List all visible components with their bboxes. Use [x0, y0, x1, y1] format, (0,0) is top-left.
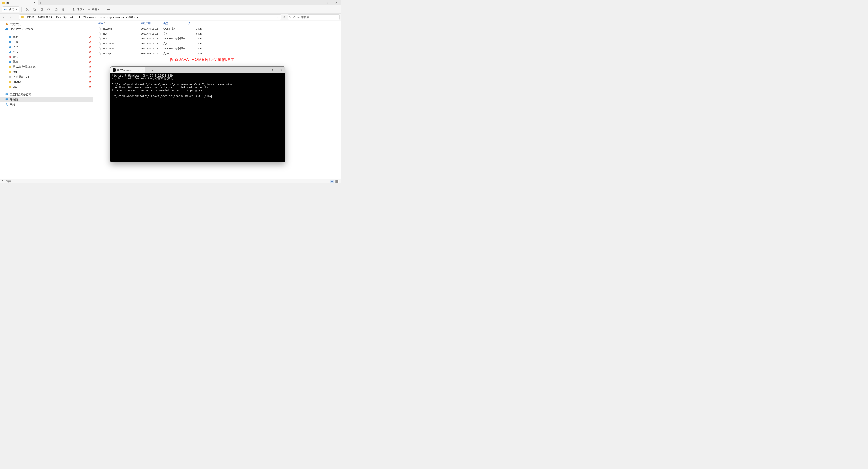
breadcrumb-seg[interactable]: 此电脑› — [26, 15, 37, 19]
window-close-button[interactable]: ✕ — [332, 0, 341, 5]
chevron-right-icon: › — [24, 16, 26, 18]
breadcrumb-seg[interactable]: develop› — [97, 16, 108, 19]
file-icon — [98, 37, 101, 40]
file-icon — [98, 27, 101, 30]
new-tab-button[interactable]: + — [38, 0, 43, 5]
col-type[interactable]: 类型 — [163, 22, 188, 25]
sidebar-item[interactable]: ›此电脑 — [0, 97, 93, 102]
table-row[interactable]: mvnDebug2022/6/6 16:16Windows 命令脚本3 KB — [93, 46, 341, 51]
paste-button[interactable] — [38, 6, 45, 13]
col-name[interactable]: 名称 ˄ — [98, 22, 141, 25]
table-row[interactable]: mvn2022/6/6 16:16文件6 KB — [93, 31, 341, 36]
search-input[interactable] — [293, 16, 338, 19]
breadcrumb-seg[interactable]: soft› — [76, 16, 83, 19]
col-date[interactable]: 修改日期 — [141, 22, 163, 25]
sidebar-home[interactable]: 主文件夹 — [0, 22, 93, 27]
sidebar-item-label: 下载 — [13, 40, 18, 44]
terminal-tab-close-icon[interactable]: ✕ — [142, 68, 144, 72]
cut-button[interactable] — [24, 6, 30, 13]
sidebar-item[interactable]: ›网络 — [0, 102, 93, 107]
svg-point-13 — [9, 57, 10, 58]
nav-forward-button[interactable]: → — [7, 14, 13, 20]
chevron-right-icon[interactable]: › — [2, 98, 4, 101]
sidebar-item-label: 图片 — [13, 50, 18, 54]
table-row[interactable]: mvnDebug2022/6/6 16:16文件2 KB — [93, 41, 341, 46]
sidebar-item-label: 本地磁盘 (D:) — [13, 75, 29, 79]
delete-button[interactable] — [60, 6, 66, 13]
new-button-label: 新建 — [9, 7, 14, 11]
chevron-right-icon[interactable]: › — [2, 103, 4, 106]
view-button[interactable]: 查看 ▾ — [86, 6, 100, 12]
file-type: 文件 — [163, 52, 188, 55]
toolbar: + 新建 ▾ 排序 ▾ 查看 ▾ ⋯ — [0, 5, 341, 13]
chevron-right-icon[interactable]: › — [2, 94, 4, 96]
table-row[interactable]: mvnyjp2022/6/6 16:16文件2 KB — [93, 51, 341, 56]
icons-view-button[interactable] — [335, 180, 339, 183]
file-name: mvn — [102, 37, 107, 40]
svg-rect-2 — [34, 9, 36, 11]
terminal-tab-title: C:\Windows\System32\ — [117, 69, 140, 71]
col-size[interactable]: 大小 — [188, 22, 206, 25]
breadcrumb-seg[interactable]: BaiduSyncdisk› — [56, 16, 76, 19]
terminal-new-tab-button[interactable]: + — [146, 67, 151, 73]
sidebar-item[interactable]: app📌 — [0, 84, 93, 89]
folder-icon — [2, 1, 5, 4]
sidebar-item[interactable]: 文档📌 — [0, 44, 93, 49]
sidebar-item[interactable]: x86📌 — [0, 69, 93, 74]
terminal-close-button[interactable]: ✕ — [276, 67, 285, 73]
explorer-tab[interactable]: bin ✕ — [0, 0, 38, 5]
terminal-body[interactable]: Microsoft Windows [版本 10.0.22621.819] (c… — [111, 73, 285, 162]
share-button[interactable] — [53, 6, 59, 13]
sidebar-item[interactable]: 桌面📌 — [0, 35, 93, 39]
terminal-tab[interactable]: >_ C:\Windows\System32\ ✕ — [111, 67, 146, 73]
folder-icon — [8, 80, 11, 83]
sort-icon — [72, 8, 76, 11]
svg-rect-19 — [5, 98, 8, 100]
file-type: Windows 命令脚本 — [163, 37, 188, 40]
sidebar-item[interactable]: images📌 — [0, 79, 93, 84]
sidebar-item[interactable]: 音乐📌 — [0, 55, 93, 59]
svg-text:>_: >_ — [113, 69, 115, 71]
sidebar-item[interactable]: 第01章 计算机基础📌 — [0, 64, 93, 69]
video-icon — [8, 60, 11, 64]
sort-button[interactable]: 排序 ▾ — [71, 6, 85, 12]
window-maximize-button[interactable]: ▢ — [322, 0, 332, 5]
breadcrumb-seg[interactable]: Windows› — [83, 16, 96, 19]
terminal-tab-dropdown[interactable]: ⌄ — [151, 67, 155, 73]
terminal-maximize-button[interactable]: ▢ — [267, 67, 276, 73]
table-row[interactable]: mvn2022/6/6 16:16Windows 命令脚本7 KB — [93, 36, 341, 41]
sidebar-item[interactable]: ›百度网盘同步空间 — [0, 92, 93, 97]
breadcrumb-seg[interactable]: bin — [136, 16, 139, 19]
more-button[interactable]: ⋯ — [105, 6, 112, 13]
nav-back-button[interactable]: ← — [1, 14, 7, 20]
terminal-window[interactable]: >_ C:\Windows\System32\ ✕ + ⌄ — ▢ ✕ Micr… — [110, 66, 285, 162]
breadcrumb-seg[interactable]: 本地磁盘 (D:)› — [37, 15, 56, 19]
new-button[interactable]: + 新建 ▾ — [2, 6, 19, 12]
sidebar-item[interactable]: 视频📌 — [0, 59, 93, 64]
window-minimize-button[interactable]: — — [312, 0, 322, 5]
tab-close-icon[interactable]: ✕ — [33, 1, 36, 4]
sidebar-item[interactable]: 本地磁盘 (D:)📌 — [0, 74, 93, 79]
search-box[interactable] — [288, 14, 340, 20]
file-size: 1 KB — [188, 27, 206, 30]
folder-icon — [8, 70, 11, 74]
terminal-minimize-button[interactable]: — — [258, 67, 267, 73]
chevron-right-icon[interactable]: › — [2, 28, 4, 30]
sidebar-item[interactable]: 图片📌 — [0, 49, 93, 55]
sidebar-item-label: 文档 — [13, 45, 18, 49]
sidebar-item[interactable]: 下载📌 — [0, 39, 93, 44]
breadcrumb-dropdown-button[interactable]: ⌄ — [276, 15, 280, 19]
svg-rect-18 — [5, 94, 8, 95]
sidebar-onedrive[interactable]: › OneDrive - Personal — [0, 27, 93, 32]
breadcrumb-seg[interactable]: apache-maven-3.8.6› — [109, 16, 135, 19]
toolbar-separator — [103, 7, 103, 12]
nav-up-button[interactable]: ↑ — [13, 14, 19, 20]
file-icon — [98, 52, 101, 55]
refresh-button[interactable]: ⟳ — [282, 15, 287, 19]
breadcrumb[interactable]: › 此电脑› 本地磁盘 (D:)› BaiduSyncdisk› soft› W… — [19, 14, 281, 20]
rename-button[interactable] — [45, 6, 52, 13]
copy-button[interactable] — [31, 6, 37, 13]
table-row[interactable]: m2.conf2022/6/6 16:16CONF 文件1 KB — [93, 26, 341, 31]
pin-icon: 📌 — [89, 41, 91, 43]
details-view-button[interactable] — [330, 180, 334, 183]
